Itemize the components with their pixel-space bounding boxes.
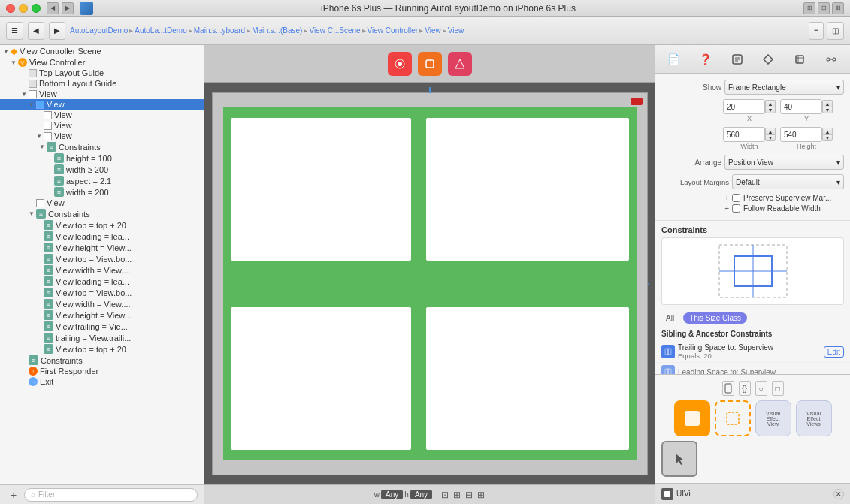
filter-placeholder[interactable]: Filter bbox=[38, 490, 55, 499]
w-size[interactable]: Any bbox=[381, 490, 403, 499]
nav-item-view-main[interactable]: ▼ View bbox=[0, 89, 204, 99]
nav-item-vc[interactable]: ▼ V View Controller bbox=[0, 57, 204, 68]
nav-item-constraints[interactable]: ▼ ≡ Constraints bbox=[0, 141, 204, 152]
help-btn[interactable]: ❓ bbox=[695, 50, 716, 69]
breadcrumb-item[interactable]: AutoLa...tDemo bbox=[135, 26, 186, 35]
nav-item-constraints-main[interactable]: ≡ Constraints bbox=[0, 355, 204, 366]
x-field[interactable]: 20 bbox=[723, 99, 765, 114]
preserve-checkbox[interactable] bbox=[732, 194, 740, 202]
height-decrement[interactable]: ▼ bbox=[822, 134, 833, 141]
width-field[interactable]: 560 bbox=[723, 127, 765, 142]
height-stepper[interactable]: ▲ ▼ bbox=[822, 128, 833, 141]
height-increment[interactable]: ▲ bbox=[822, 128, 833, 134]
breadcrumb-item[interactable]: Main.s...(Base) bbox=[252, 26, 302, 35]
phone-screen[interactable] bbox=[223, 107, 637, 460]
circle-icon[interactable]: ○ bbox=[755, 381, 767, 396]
nav-constraint-vtrail[interactable]: ≡ View.trailing = Vie... bbox=[0, 321, 204, 332]
edit-button[interactable]: Edit bbox=[824, 346, 844, 358]
inspector-toggle[interactable]: ≡ bbox=[809, 22, 824, 40]
nav-back-button[interactable]: ◀ bbox=[47, 2, 59, 14]
forward-btn[interactable]: ▶ bbox=[49, 22, 65, 40]
zoom-in-button[interactable]: ⊞ bbox=[453, 490, 461, 500]
breadcrumb-item[interactable]: Main.s...yboard bbox=[194, 26, 245, 35]
connections-btn[interactable] bbox=[821, 50, 842, 69]
y-field[interactable]: 40 bbox=[780, 99, 822, 114]
nav-constraint-vtop2[interactable]: ≡ View.top = View.bo... bbox=[0, 253, 204, 264]
margins-select[interactable]: Default ▾ bbox=[732, 174, 844, 189]
nav-forward-button[interactable]: ▶ bbox=[62, 2, 74, 14]
nav-item-view-selected[interactable]: ▼ View bbox=[0, 99, 204, 110]
width-increment[interactable]: ▲ bbox=[765, 128, 776, 134]
nav-constraint-vtop3[interactable]: ≡ View.top = View.bo... bbox=[0, 287, 204, 298]
show-select[interactable]: Frame Rectangle ▾ bbox=[724, 80, 844, 95]
cursor-box[interactable] bbox=[661, 441, 697, 477]
nav-constraint-aspect[interactable]: ≡ aspect = 2:1 bbox=[0, 175, 204, 186]
breadcrumb-item[interactable]: View bbox=[448, 26, 464, 35]
width-decrement[interactable]: ▼ bbox=[765, 134, 776, 141]
grid-button[interactable]: ⊞ bbox=[477, 490, 485, 500]
nav-constraint-vtop1[interactable]: ≡ View.top = top + 20 bbox=[0, 219, 204, 231]
nav-item-constraints-2[interactable]: ▼ ≡ Constraints bbox=[0, 208, 204, 219]
breadcrumb-item[interactable]: View Controller bbox=[368, 26, 419, 35]
visual-effect-views[interactable]: VisualEffectViews bbox=[796, 400, 832, 436]
nav-constraint-vheight2[interactable]: ≡ View.height = View... bbox=[0, 309, 204, 321]
y-increment[interactable]: ▲ bbox=[822, 100, 833, 107]
nav-item-bottom-guide[interactable]: Bottom Layout Guide bbox=[0, 78, 204, 89]
x-increment[interactable]: ▲ bbox=[765, 100, 776, 107]
view-icon-orange[interactable] bbox=[674, 400, 710, 436]
identity-btn[interactable] bbox=[727, 50, 748, 69]
close-uivi-button[interactable]: ✕ bbox=[833, 489, 844, 499]
nav-constraint-vheight1[interactable]: ≡ View.height = View... bbox=[0, 242, 204, 253]
y-stepper[interactable]: ▲ ▼ bbox=[822, 100, 833, 113]
nav-constraint-vlead1[interactable]: ≡ View.leading = lea... bbox=[0, 231, 204, 242]
arrange-select[interactable]: Position View ▾ bbox=[724, 155, 844, 170]
assistant-toggle[interactable]: ◫ bbox=[827, 22, 844, 40]
nav-constraint-height[interactable]: ≡ height = 100 bbox=[0, 152, 204, 164]
attributes-btn[interactable] bbox=[758, 50, 779, 69]
nav-item-view-2[interactable]: View bbox=[0, 120, 204, 131]
file-inspector-btn[interactable]: 📄 bbox=[664, 50, 685, 69]
nav-constraint-trailing[interactable]: ≡ trailing = View.traili... bbox=[0, 332, 204, 343]
nav-constraint-vtop4[interactable]: ≡ View.top = top + 20 bbox=[0, 343, 204, 355]
width-stepper[interactable]: ▲ ▼ bbox=[765, 128, 776, 141]
breadcrumb-item[interactable]: AutoLayoutDemo bbox=[70, 26, 128, 35]
close-button[interactable] bbox=[6, 4, 15, 13]
zoom-fit-button[interactable]: ⊡ bbox=[441, 490, 449, 500]
height-field[interactable]: 540 bbox=[780, 127, 822, 142]
nav-item-view-3[interactable]: ▼ View bbox=[0, 131, 204, 141]
size-indicator[interactable]: w Any h Any bbox=[374, 490, 432, 499]
nav-item-scene[interactable]: ▼ ◆ View Controller Scene bbox=[0, 45, 204, 57]
minimize-button[interactable] bbox=[19, 4, 28, 13]
toggle-button[interactable]: ⊞ bbox=[803, 2, 815, 14]
back-btn[interactable]: ◀ bbox=[28, 22, 44, 40]
h-size[interactable]: Any bbox=[410, 490, 432, 499]
view-icon-dashed[interactable] bbox=[715, 400, 751, 436]
brace-icon[interactable]: {} bbox=[739, 381, 751, 396]
doc-icon[interactable] bbox=[722, 381, 734, 396]
nav-item-view-4[interactable]: View bbox=[0, 198, 204, 208]
nav-constraint-vwidth1[interactable]: ≡ View.width = View.... bbox=[0, 264, 204, 276]
nav-constraint-vwidth2[interactable]: ≡ View.width = View.... bbox=[0, 298, 204, 309]
y-decrement[interactable]: ▼ bbox=[822, 107, 833, 113]
fullscreen-button[interactable] bbox=[32, 4, 41, 13]
split-button[interactable]: ⊟ bbox=[818, 2, 830, 14]
canvas-body[interactable]: ← → bbox=[204, 83, 655, 484]
fullscreen-btn[interactable]: ⊠ bbox=[832, 2, 844, 14]
breadcrumb-item[interactable]: View C...Scene bbox=[309, 26, 360, 35]
x-stepper[interactable]: ▲ ▼ bbox=[765, 100, 776, 113]
nav-item-first-responder[interactable]: ! First Responder bbox=[0, 366, 204, 376]
visual-effect-view[interactable]: VisualEffectView bbox=[755, 400, 791, 436]
nav-constraint-width1[interactable]: ≡ width ≥ 200 bbox=[0, 164, 204, 175]
nav-item-top-guide[interactable]: Top Layout Guide bbox=[0, 68, 204, 78]
size-inspector-btn[interactable] bbox=[789, 50, 810, 69]
tab-size-class[interactable]: This Size Class bbox=[683, 312, 747, 324]
nav-item-exit[interactable]: → Exit bbox=[0, 376, 204, 387]
tab-all[interactable]: All bbox=[661, 312, 679, 324]
zoom-out-button[interactable]: ⊟ bbox=[465, 490, 473, 500]
x-decrement[interactable]: ▼ bbox=[765, 107, 776, 113]
square-icon[interactable]: □ bbox=[772, 381, 784, 396]
nav-constraint-vlead2[interactable]: ≡ View.leading = lea... bbox=[0, 276, 204, 287]
toolbar-nav[interactable]: ☰ bbox=[6, 22, 23, 40]
add-button[interactable]: + bbox=[6, 487, 21, 502]
nav-item-view-1[interactable]: View bbox=[0, 110, 204, 120]
